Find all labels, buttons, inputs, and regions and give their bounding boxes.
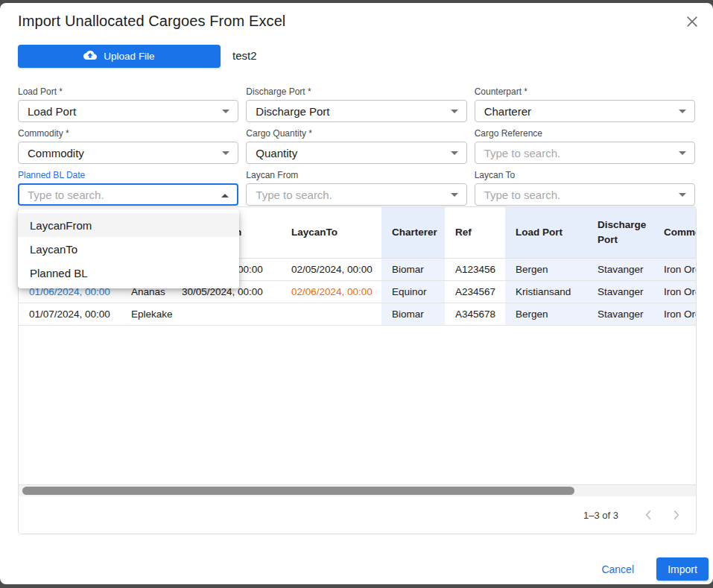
field-load-port: Load Port *Load Port	[18, 86, 238, 122]
upload-file-button[interactable]: Upload File	[18, 45, 221, 68]
chevron-down-icon	[679, 110, 686, 113]
chevron-down-icon	[222, 151, 229, 155]
column-header-load-port: Load Port	[505, 207, 587, 258]
table-cell: 01/07/2024, 00:00	[19, 303, 121, 325]
column-header-commodity: Commodity	[653, 207, 696, 258]
select-value: Quantity	[256, 147, 297, 159]
table-cell: Kristiansand	[505, 280, 587, 303]
planned-bl-date-dropdown-menu: LaycanFromLaycanToPlanned BL	[18, 209, 239, 288]
chevron-down-icon	[679, 151, 686, 155]
select-value: Load Port	[28, 105, 76, 118]
chevron-down-icon	[451, 110, 458, 113]
uploaded-file-name: test2	[232, 49, 257, 62]
pagination-bar: 1–3 of 3	[19, 496, 696, 534]
column-header-charterer: Charterer	[381, 207, 445, 258]
menu-option-planned-bl[interactable]: Planned BL	[18, 261, 239, 285]
form-grid: Load Port *Load PortDischarge Port *Disc…	[18, 86, 695, 206]
select-value: Charterer	[484, 105, 531, 118]
table-row[interactable]: 01/07/2024, 00:00EplekakeBiomarA345678Be…	[19, 303, 696, 325]
select-discharge-port[interactable]: Discharge Port	[246, 100, 466, 122]
select-laycan-to[interactable]: Type to search.	[475, 183, 695, 206]
select-laycan-from[interactable]: Type to search.	[246, 183, 466, 206]
field-cargo-quantity: Cargo Quantity *Quantity	[246, 128, 466, 164]
select-placeholder: Type to search.	[256, 189, 332, 201]
column-header-discharge-port: Discharge Port	[587, 207, 653, 258]
select-load-port[interactable]: Load Port	[18, 100, 238, 122]
table-cell: Iron Ore	[653, 258, 696, 280]
table-cell	[281, 303, 381, 325]
chevron-left-icon	[640, 507, 656, 523]
table-cell: Bergen	[505, 303, 587, 325]
table-cell: Biomar	[381, 303, 445, 325]
column-header-ref: Ref	[445, 207, 505, 258]
previous-page-button[interactable]	[639, 506, 657, 524]
select-value: Commodity	[28, 147, 84, 159]
field-label: Load Port *	[18, 86, 238, 97]
close-icon[interactable]	[682, 11, 703, 32]
select-commodity[interactable]: Commodity	[18, 142, 238, 164]
pagination-range-label: 1–3 of 3	[583, 510, 618, 521]
chevron-up-icon	[221, 194, 229, 197]
column-header-laycanto: LaycanTo	[281, 207, 381, 258]
table-cell: Bergen	[505, 258, 587, 280]
table-cell: Stavanger	[587, 280, 653, 303]
field-label: Cargo Reference	[475, 128, 695, 139]
menu-option-laycanfrom[interactable]: LaycanFrom	[18, 213, 239, 237]
dialog-actions: Cancel Import	[595, 557, 709, 581]
chevron-down-icon	[451, 151, 458, 155]
select-counterpart[interactable]: Charterer	[475, 100, 695, 122]
table-cell: A345678	[445, 303, 505, 325]
table-cell: Stavanger	[587, 303, 653, 325]
field-label: Cargo Quantity *	[246, 128, 466, 139]
field-commodity: Commodity *Commodity	[18, 128, 238, 164]
field-cargo-reference: Cargo ReferenceType to search.	[475, 128, 695, 164]
select-placeholder: Type to search.	[484, 147, 561, 159]
table-cell: 02/06/2024, 00:00	[281, 280, 381, 303]
table-cell: Iron Ore	[653, 280, 696, 303]
field-counterpart: Counterpart *Charterer	[475, 86, 695, 122]
chevron-down-icon	[451, 193, 458, 197]
select-cargo-quantity[interactable]: Quantity	[246, 142, 466, 164]
field-label: Planned BL Date	[18, 170, 238, 180]
select-placeholder: Type to search.	[484, 189, 561, 201]
table-cell: 02/05/2024, 00:00	[281, 258, 381, 280]
next-page-button[interactable]	[668, 506, 685, 524]
menu-option-laycanto[interactable]: LaycanTo	[18, 237, 239, 261]
field-planned-bl-date: Planned BL DateType to search.	[18, 170, 238, 206]
chevron-down-icon	[222, 110, 229, 113]
upload-file-label: Upload File	[104, 51, 154, 62]
table-cell: A123456	[445, 258, 505, 280]
cancel-button[interactable]: Cancel	[595, 559, 640, 580]
chevron-right-icon	[668, 507, 685, 523]
field-label: Laycan To	[475, 170, 695, 180]
table-cell: Biomar	[381, 258, 445, 280]
field-laycan-to: Laycan ToType to search.	[475, 170, 695, 206]
import-cargoes-dialog: Import Unallocated Cargoes From Excel Up…	[0, 3, 713, 584]
table-cell: Stavanger	[587, 258, 653, 280]
field-discharge-port: Discharge Port *Discharge Port	[246, 86, 466, 122]
table-cell	[171, 303, 281, 325]
select-value: Discharge Port	[256, 105, 329, 118]
cloud-upload-icon	[83, 51, 97, 62]
field-label: Commodity *	[18, 128, 238, 139]
horizontal-scrollbar-thumb[interactable]	[22, 487, 574, 495]
select-planned-bl-date[interactable]: Type to search.	[18, 183, 238, 206]
table-cell: Equinor	[381, 280, 445, 303]
import-button[interactable]: Import	[656, 557, 709, 581]
chevron-down-icon	[679, 193, 686, 197]
table-cell: Iron Ore	[653, 303, 696, 325]
table-cell: A234567	[445, 280, 505, 303]
select-cargo-reference[interactable]: Type to search.	[475, 142, 695, 164]
horizontal-scrollbar-track[interactable]	[19, 484, 696, 496]
field-label: Laycan From	[246, 170, 466, 180]
dialog-title: Import Unallocated Cargoes From Excel	[18, 13, 285, 30]
field-label: Counterpart *	[475, 86, 695, 97]
field-laycan-from: Laycan FromType to search.	[246, 170, 466, 206]
table-cell: Eplekake	[121, 303, 171, 325]
select-placeholder: Type to search.	[28, 189, 104, 201]
field-label: Discharge Port *	[246, 86, 466, 97]
